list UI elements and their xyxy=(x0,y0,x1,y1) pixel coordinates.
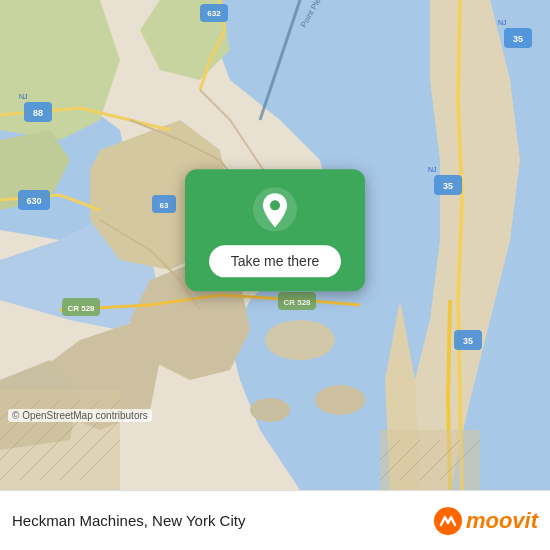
osm-credit: © OpenStreetMap contributors xyxy=(8,409,152,422)
svg-rect-35 xyxy=(380,430,480,490)
location-pin-icon xyxy=(253,187,297,231)
svg-text:630: 630 xyxy=(26,196,41,206)
svg-text:63: 63 xyxy=(160,201,169,210)
svg-text:CR 528: CR 528 xyxy=(283,298,311,307)
svg-text:632: 632 xyxy=(207,9,221,18)
svg-text:NJ: NJ xyxy=(428,166,437,173)
svg-text:NJ: NJ xyxy=(498,19,507,26)
svg-text:35: 35 xyxy=(463,336,473,346)
svg-point-3 xyxy=(250,398,290,422)
moovit-icon xyxy=(434,507,462,535)
popup-card: Take me there xyxy=(185,169,365,291)
bottom-bar: Heckman Machines, New York City moovit xyxy=(0,490,550,550)
svg-point-1 xyxy=(265,320,335,360)
map-container: 88 NJ 630 35 NJ 35 NJ 35 632 CR 528 CR 5… xyxy=(0,0,550,490)
moovit-logo: moovit xyxy=(434,507,538,535)
take-me-there-button[interactable]: Take me there xyxy=(209,245,342,277)
location-name: Heckman Machines, New York City xyxy=(12,512,434,529)
svg-text:35: 35 xyxy=(513,34,523,44)
moovit-text: moovit xyxy=(466,508,538,534)
svg-text:35: 35 xyxy=(443,181,453,191)
svg-text:88: 88 xyxy=(33,108,43,118)
svg-text:CR 528: CR 528 xyxy=(67,304,95,313)
svg-text:NJ: NJ xyxy=(19,93,28,100)
svg-point-2 xyxy=(315,385,365,415)
svg-point-42 xyxy=(270,200,280,210)
